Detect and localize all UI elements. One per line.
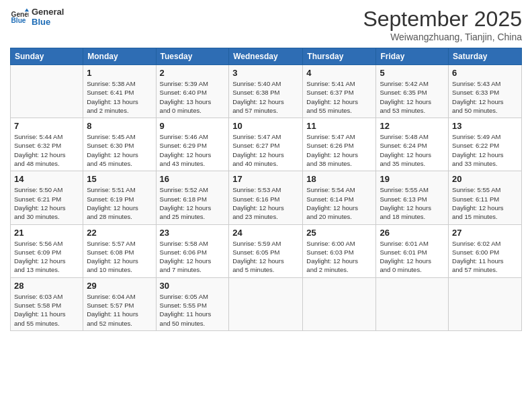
calendar-cell: 30Sunrise: 6:05 AM Sunset: 5:55 PM Dayli… bbox=[156, 277, 229, 330]
day-number: 10 bbox=[232, 121, 299, 131]
calendar-cell: 8Sunrise: 5:45 AM Sunset: 6:30 PM Daylig… bbox=[83, 118, 156, 171]
day-number: 2 bbox=[160, 68, 226, 78]
day-number: 13 bbox=[452, 121, 518, 131]
calendar-cell bbox=[11, 65, 83, 118]
day-number: 20 bbox=[452, 174, 518, 184]
day-number: 6 bbox=[452, 68, 518, 78]
day-info: Sunrise: 5:57 AM Sunset: 6:08 PM Dayligh… bbox=[87, 239, 152, 275]
day-number: 21 bbox=[14, 228, 79, 238]
day-info: Sunrise: 5:47 AM Sunset: 6:27 PM Dayligh… bbox=[232, 132, 299, 168]
location: Weiwangzhuang, Tianjin, China bbox=[363, 32, 522, 42]
day-number: 7 bbox=[14, 121, 79, 131]
day-number: 4 bbox=[306, 68, 372, 78]
calendar-cell: 1Sunrise: 5:38 AM Sunset: 6:41 PM Daylig… bbox=[83, 65, 156, 118]
day-info: Sunrise: 5:46 AM Sunset: 6:29 PM Dayligh… bbox=[160, 132, 226, 168]
day-info: Sunrise: 6:03 AM Sunset: 5:58 PM Dayligh… bbox=[14, 292, 79, 328]
calendar-cell: 23Sunrise: 5:58 AM Sunset: 6:06 PM Dayli… bbox=[156, 224, 229, 277]
calendar-cell: 6Sunrise: 5:43 AM Sunset: 6:33 PM Daylig… bbox=[449, 65, 522, 118]
calendar-cell: 20Sunrise: 5:55 AM Sunset: 6:11 PM Dayli… bbox=[449, 171, 522, 224]
calendar-cell: 29Sunrise: 6:04 AM Sunset: 5:57 PM Dayli… bbox=[83, 277, 156, 330]
day-number: 26 bbox=[380, 228, 445, 238]
title-area: September 2025 Weiwangzhuang, Tianjin, C… bbox=[363, 7, 522, 42]
day-info: Sunrise: 5:49 AM Sunset: 6:22 PM Dayligh… bbox=[452, 132, 518, 168]
calendar-cell: 10Sunrise: 5:47 AM Sunset: 6:27 PM Dayli… bbox=[229, 118, 303, 171]
logo-general: General bbox=[32, 7, 64, 17]
day-info: Sunrise: 5:39 AM Sunset: 6:40 PM Dayligh… bbox=[160, 79, 226, 115]
day-number: 14 bbox=[14, 174, 79, 184]
day-info: Sunrise: 6:02 AM Sunset: 6:00 PM Dayligh… bbox=[452, 239, 518, 275]
calendar-cell: 18Sunrise: 5:54 AM Sunset: 6:14 PM Dayli… bbox=[303, 171, 376, 224]
calendar-cell: 11Sunrise: 5:47 AM Sunset: 6:26 PM Dayli… bbox=[303, 118, 376, 171]
week-row-3: 14Sunrise: 5:50 AM Sunset: 6:21 PM Dayli… bbox=[11, 171, 522, 224]
day-number: 29 bbox=[87, 281, 152, 291]
day-info: Sunrise: 5:41 AM Sunset: 6:37 PM Dayligh… bbox=[306, 79, 372, 115]
day-header-monday: Monday bbox=[83, 48, 156, 65]
day-info: Sunrise: 6:05 AM Sunset: 5:55 PM Dayligh… bbox=[160, 292, 226, 328]
calendar-cell: 7Sunrise: 5:44 AM Sunset: 6:32 PM Daylig… bbox=[11, 118, 83, 171]
calendar-cell: 21Sunrise: 5:56 AM Sunset: 6:09 PM Dayli… bbox=[11, 224, 83, 277]
day-number: 27 bbox=[452, 228, 518, 238]
day-info: Sunrise: 6:04 AM Sunset: 5:57 PM Dayligh… bbox=[87, 292, 152, 328]
day-number: 30 bbox=[160, 281, 226, 291]
calendar-cell: 5Sunrise: 5:42 AM Sunset: 6:35 PM Daylig… bbox=[376, 65, 449, 118]
logo-icon: General Blue bbox=[10, 7, 29, 26]
calendar-cell: 15Sunrise: 5:51 AM Sunset: 6:19 PM Dayli… bbox=[83, 171, 156, 224]
day-info: Sunrise: 5:55 AM Sunset: 6:13 PM Dayligh… bbox=[380, 185, 445, 221]
day-number: 9 bbox=[160, 121, 226, 131]
day-number: 28 bbox=[14, 281, 79, 291]
logo-blue: Blue bbox=[32, 17, 64, 27]
calendar-cell: 13Sunrise: 5:49 AM Sunset: 6:22 PM Dayli… bbox=[449, 118, 522, 171]
day-number: 11 bbox=[306, 121, 372, 131]
logo: General Blue General Blue bbox=[10, 7, 64, 27]
calendar-cell: 14Sunrise: 5:50 AM Sunset: 6:21 PM Dayli… bbox=[11, 171, 83, 224]
calendar-cell bbox=[303, 277, 376, 330]
calendar-cell: 22Sunrise: 5:57 AM Sunset: 6:08 PM Dayli… bbox=[83, 224, 156, 277]
day-info: Sunrise: 5:43 AM Sunset: 6:33 PM Dayligh… bbox=[452, 79, 518, 115]
calendar-cell: 9Sunrise: 5:46 AM Sunset: 6:29 PM Daylig… bbox=[156, 118, 229, 171]
week-row-1: 1Sunrise: 5:38 AM Sunset: 6:41 PM Daylig… bbox=[11, 65, 522, 118]
day-info: Sunrise: 5:44 AM Sunset: 6:32 PM Dayligh… bbox=[14, 132, 79, 168]
day-info: Sunrise: 5:47 AM Sunset: 6:26 PM Dayligh… bbox=[306, 132, 372, 168]
day-info: Sunrise: 5:40 AM Sunset: 6:38 PM Dayligh… bbox=[232, 79, 299, 115]
day-info: Sunrise: 5:38 AM Sunset: 6:41 PM Dayligh… bbox=[87, 79, 152, 115]
day-number: 12 bbox=[380, 121, 445, 131]
day-header-thursday: Thursday bbox=[303, 48, 376, 65]
day-number: 5 bbox=[380, 68, 445, 78]
calendar-cell: 17Sunrise: 5:53 AM Sunset: 6:16 PM Dayli… bbox=[229, 171, 303, 224]
day-number: 15 bbox=[87, 174, 152, 184]
calendar-cell bbox=[229, 277, 303, 330]
week-row-2: 7Sunrise: 5:44 AM Sunset: 6:32 PM Daylig… bbox=[11, 118, 522, 171]
calendar-cell: 12Sunrise: 5:48 AM Sunset: 6:24 PM Dayli… bbox=[376, 118, 449, 171]
calendar-cell: 16Sunrise: 5:52 AM Sunset: 6:18 PM Dayli… bbox=[156, 171, 229, 224]
day-info: Sunrise: 5:42 AM Sunset: 6:35 PM Dayligh… bbox=[380, 79, 445, 115]
day-number: 23 bbox=[160, 228, 226, 238]
day-number: 19 bbox=[380, 174, 445, 184]
day-info: Sunrise: 5:54 AM Sunset: 6:14 PM Dayligh… bbox=[306, 185, 372, 221]
calendar-header-row: SundayMondayTuesdayWednesdayThursdayFrid… bbox=[11, 48, 522, 65]
calendar-cell: 26Sunrise: 6:01 AM Sunset: 6:01 PM Dayli… bbox=[376, 224, 449, 277]
day-info: Sunrise: 5:51 AM Sunset: 6:19 PM Dayligh… bbox=[87, 185, 152, 221]
day-header-wednesday: Wednesday bbox=[229, 48, 303, 65]
calendar-cell: 27Sunrise: 6:02 AM Sunset: 6:00 PM Dayli… bbox=[449, 224, 522, 277]
day-info: Sunrise: 5:58 AM Sunset: 6:06 PM Dayligh… bbox=[160, 239, 226, 275]
svg-marker-2 bbox=[25, 9, 29, 12]
calendar-cell bbox=[449, 277, 522, 330]
day-header-saturday: Saturday bbox=[449, 48, 522, 65]
calendar-cell: 28Sunrise: 6:03 AM Sunset: 5:58 PM Dayli… bbox=[11, 277, 83, 330]
month-title: September 2025 bbox=[363, 7, 522, 32]
day-info: Sunrise: 5:59 AM Sunset: 6:05 PM Dayligh… bbox=[232, 239, 299, 275]
calendar-cell: 24Sunrise: 5:59 AM Sunset: 6:05 PM Dayli… bbox=[229, 224, 303, 277]
calendar-cell: 3Sunrise: 5:40 AM Sunset: 6:38 PM Daylig… bbox=[229, 65, 303, 118]
day-number: 16 bbox=[160, 174, 226, 184]
calendar-cell: 19Sunrise: 5:55 AM Sunset: 6:13 PM Dayli… bbox=[376, 171, 449, 224]
svg-text:Blue: Blue bbox=[11, 17, 26, 24]
day-number: 1 bbox=[87, 68, 152, 78]
week-row-4: 21Sunrise: 5:56 AM Sunset: 6:09 PM Dayli… bbox=[11, 224, 522, 277]
day-info: Sunrise: 6:01 AM Sunset: 6:01 PM Dayligh… bbox=[380, 239, 445, 275]
day-info: Sunrise: 5:50 AM Sunset: 6:21 PM Dayligh… bbox=[14, 185, 79, 221]
day-info: Sunrise: 6:00 AM Sunset: 6:03 PM Dayligh… bbox=[306, 239, 372, 275]
calendar: SundayMondayTuesdayWednesdayThursdayFrid… bbox=[10, 48, 522, 331]
day-info: Sunrise: 5:56 AM Sunset: 6:09 PM Dayligh… bbox=[14, 239, 79, 275]
day-info: Sunrise: 5:52 AM Sunset: 6:18 PM Dayligh… bbox=[160, 185, 226, 221]
day-info: Sunrise: 5:53 AM Sunset: 6:16 PM Dayligh… bbox=[232, 185, 299, 221]
